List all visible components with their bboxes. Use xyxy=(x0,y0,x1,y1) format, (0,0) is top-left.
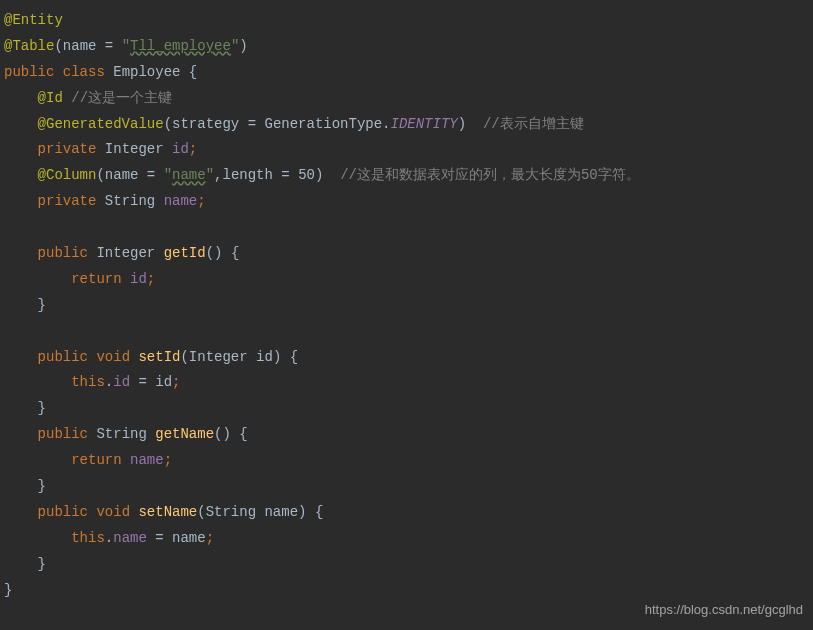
code-line: @Id //这是一个主键 xyxy=(4,86,809,112)
code-line: } xyxy=(4,474,809,500)
code-line: return id; xyxy=(4,267,809,293)
code-line: public class Employee { xyxy=(4,60,809,86)
watermark-text: https://blog.csdn.net/gcglhd xyxy=(645,598,803,622)
code-line: @Table(name = "Tll_employee") xyxy=(4,34,809,60)
code-line: } xyxy=(4,552,809,578)
code-editor: @Entity @Table(name = "Tll_employee") pu… xyxy=(4,8,809,603)
code-line: } xyxy=(4,396,809,422)
code-line: return name; xyxy=(4,448,809,474)
code-line: @GeneratedValue(strategy = GenerationTyp… xyxy=(4,112,809,138)
code-line: @Entity xyxy=(4,8,809,34)
code-line: private Integer id; xyxy=(4,137,809,163)
code-line: this.id = id; xyxy=(4,370,809,396)
code-line: public void setName(String name) { xyxy=(4,500,809,526)
code-line: public void setId(Integer id) { xyxy=(4,345,809,371)
code-line: public Integer getId() { xyxy=(4,241,809,267)
code-line xyxy=(4,215,809,241)
code-line: private String name; xyxy=(4,189,809,215)
code-line: } xyxy=(4,293,809,319)
code-line: this.name = name; xyxy=(4,526,809,552)
code-line: @Column(name = "name",length = 50) //这是和… xyxy=(4,163,809,189)
code-line xyxy=(4,319,809,345)
code-line: public String getName() { xyxy=(4,422,809,448)
